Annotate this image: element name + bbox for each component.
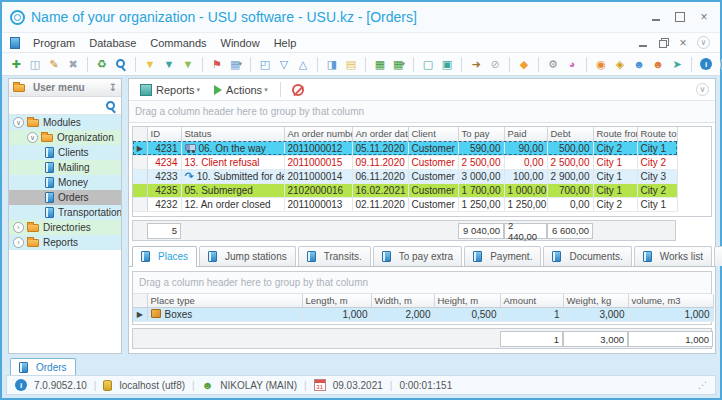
- tab-places[interactable]: Places: [132, 246, 197, 267]
- column-header[interactable]: To pay: [458, 127, 504, 141]
- tab-statuses[interactable]: Statuses.: [714, 246, 722, 266]
- volume-summary: 1,000: [628, 331, 713, 347]
- column-header[interactable]: An order date: [352, 127, 408, 141]
- schedule-window-icon[interactable]: ▢: [420, 56, 436, 72]
- mdi-minimize-button[interactable]: [637, 37, 649, 49]
- menu-database[interactable]: Database: [82, 35, 143, 51]
- note-icon[interactable]: ▤: [343, 56, 359, 72]
- copy-record-icon[interactable]: ◫: [27, 56, 43, 72]
- column-header[interactable]: volume, m3: [628, 294, 713, 308]
- mdi-restore-button[interactable]: [657, 37, 669, 49]
- column-header[interactable]: Height, m: [434, 294, 500, 308]
- place-row[interactable]: ▶ Boxes 1,000 2,000 0,500 1 3,000 1,000: [133, 308, 713, 322]
- reports-button[interactable]: Reports ▾: [135, 82, 205, 98]
- expander-down-icon[interactable]: ∨: [27, 132, 38, 143]
- column-header[interactable]: ID: [147, 127, 181, 141]
- excel-export-icon[interactable]: ▦: [372, 56, 388, 72]
- sidebar-item-money[interactable]: Money: [9, 175, 121, 190]
- schedule-window-alt-icon[interactable]: ▣: [439, 56, 455, 72]
- column-header[interactable]: Client: [408, 127, 458, 141]
- menu-overflow-button[interactable]: ∨: [697, 36, 710, 49]
- user-icon[interactable]: ☻: [631, 56, 647, 72]
- sidebar-search-input[interactable]: [13, 100, 105, 111]
- sidebar-header: User menu ↧: [9, 79, 121, 97]
- close-button[interactable]: ×: [698, 11, 710, 23]
- sidebar-item-clients[interactable]: Clients: [9, 145, 121, 160]
- tab-transits[interactable]: Transits.: [298, 246, 371, 266]
- edit-record-icon[interactable]: ✎: [46, 56, 62, 72]
- column-header[interactable]: Paid: [504, 127, 547, 141]
- new-window-icon[interactable]: ◨: [324, 56, 340, 72]
- column-header[interactable]: Length, m: [302, 294, 371, 308]
- sidebar-item-modules[interactable]: ∨ Modules: [9, 115, 121, 130]
- dock-panel-icon[interactable]: ◰: [257, 56, 273, 72]
- expander-right-icon[interactable]: ›: [13, 222, 24, 233]
- actions-button[interactable]: Actions ▾: [209, 82, 273, 98]
- sidebar-item-reports[interactable]: › Reports: [9, 235, 121, 250]
- rss-icon[interactable]: ◉: [593, 56, 609, 72]
- collapse-all-icon[interactable]: ▽: [276, 56, 292, 72]
- column-header[interactable]: Debt: [547, 127, 593, 141]
- info-icon[interactable]: i: [698, 56, 714, 72]
- refresh-icon[interactable]: ♻: [94, 56, 110, 72]
- pin-icon[interactable]: ↧: [109, 82, 117, 93]
- column-header[interactable]: Width, m: [371, 294, 434, 308]
- maximize-button[interactable]: [674, 11, 686, 23]
- disabled-icon[interactable]: ⊘: [487, 56, 503, 72]
- search-icon[interactable]: [113, 56, 129, 72]
- mdi-close-button[interactable]: ×: [677, 37, 689, 49]
- expand-all-icon[interactable]: △: [295, 56, 311, 72]
- window-title: Name of your organization - USU software…: [31, 9, 650, 25]
- column-header[interactable]: Status: [181, 127, 284, 141]
- cancel-icon[interactable]: [292, 84, 304, 96]
- sidebar-item-organization[interactable]: ∨ Organization: [9, 130, 121, 145]
- lock-icon[interactable]: ◈: [612, 56, 628, 72]
- users-icon[interactable]: ☻: [650, 56, 666, 72]
- tab-payment[interactable]: Payment.: [464, 246, 541, 266]
- column-header[interactable]: Weight, kg: [563, 294, 628, 308]
- tab-to-pay-extra[interactable]: To pay extra: [373, 246, 462, 266]
- menu-help[interactable]: Help: [267, 35, 304, 51]
- sidebar-item-directories[interactable]: › Directories: [9, 220, 121, 235]
- search-icon[interactable]: [105, 100, 117, 112]
- delete-record-icon[interactable]: ✖: [65, 56, 81, 72]
- tab-works-list[interactable]: Works list: [634, 246, 712, 266]
- column-header[interactable]: Route to: [637, 127, 677, 141]
- send-icon[interactable]: ➤: [669, 56, 685, 72]
- image-menu-icon[interactable]: ▦▾: [228, 56, 244, 72]
- menu-window[interactable]: Window: [214, 35, 267, 51]
- toolbar-separator: [202, 57, 203, 72]
- order-row[interactable]: 4235 05. Submerged 2102000016 16.02.2021…: [133, 183, 677, 197]
- menu-program[interactable]: Program: [26, 35, 82, 51]
- filter-user-icon[interactable]: ▼: [161, 56, 177, 72]
- order-row[interactable]: 4234 13. Client refusal 2011000015 09.11…: [133, 155, 677, 169]
- expander-right-icon[interactable]: ›: [13, 237, 24, 248]
- column-header[interactable]: Place type: [147, 294, 302, 308]
- flag-icon[interactable]: ⚑: [209, 56, 225, 72]
- resize-grip[interactable]: ⋰: [698, 380, 707, 390]
- actions-overflow-button[interactable]: ∨: [696, 83, 709, 96]
- tab-jump-stations[interactable]: Jump stations: [199, 246, 296, 266]
- column-header[interactable]: Route from: [593, 127, 637, 141]
- menu-commands[interactable]: Commands: [143, 35, 213, 51]
- color-scheme-icon[interactable]: ◕: [564, 56, 580, 72]
- export-menu-icon[interactable]: ▦▾: [391, 56, 407, 72]
- filter-icon[interactable]: ▼: [142, 56, 158, 72]
- sidebar-item-transportation[interactable]: Transportation: [9, 205, 121, 220]
- mdi-tab-orders[interactable]: Orders: [10, 358, 76, 375]
- order-row[interactable]: ▶ 4231 06. On the way 2011000012 05.11.2…: [133, 141, 677, 155]
- add-record-icon[interactable]: ✚: [8, 56, 24, 72]
- filter-edit-icon[interactable]: ▼: [180, 56, 196, 72]
- exit-door-icon[interactable]: ➜: [468, 56, 484, 72]
- sidebar-item-orders[interactable]: Orders: [9, 190, 121, 205]
- location-pin-icon[interactable]: ◆: [516, 56, 532, 72]
- column-header[interactable]: An order number: [284, 127, 352, 141]
- minimize-button[interactable]: [650, 11, 662, 23]
- order-row[interactable]: 4233 ↷10. Submitted for delivery 2011000…: [133, 169, 677, 183]
- column-header[interactable]: Amount: [500, 294, 563, 308]
- order-row[interactable]: 4232 12. An order closed 2011000013 02.1…: [133, 197, 677, 211]
- sidebar-item-mailing[interactable]: Mailing: [9, 160, 121, 175]
- tab-documents[interactable]: Documents.: [543, 246, 631, 266]
- settings-gear-icon[interactable]: ⚙: [545, 56, 561, 72]
- expander-down-icon[interactable]: ∨: [13, 117, 24, 128]
